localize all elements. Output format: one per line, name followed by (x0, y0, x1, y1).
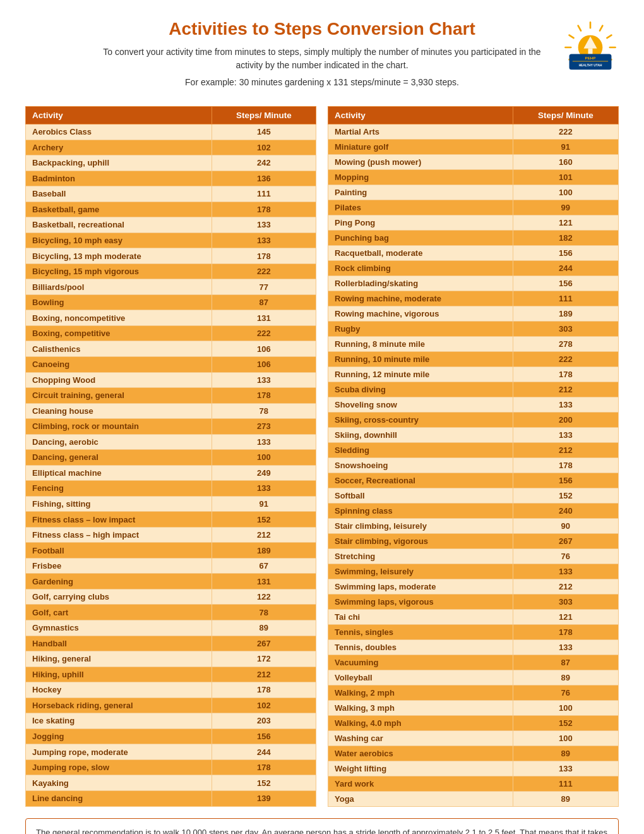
activity-name: Basketball, recreational (26, 217, 212, 233)
right-col2-header: Steps/ Minute (513, 107, 618, 124)
activity-name: Fencing (26, 481, 212, 497)
steps-value: 139 (212, 790, 316, 806)
table-row: Rowing machine, moderate111 (328, 291, 619, 306)
steps-value: 90 (513, 519, 618, 534)
table-row: Softball152 (328, 488, 619, 504)
steps-value: 178 (212, 388, 316, 404)
logo: PEHP HEALTHY UTAH (562, 19, 619, 76)
table-row: Ping Pong121 (328, 215, 619, 231)
table-row: Tennis, singles178 (328, 625, 619, 640)
table-row: Stretching76 (328, 549, 619, 564)
activity-name: Line dancing (26, 790, 212, 806)
table-row: Frisbee67 (26, 558, 316, 574)
table-row: Bowling87 (26, 294, 316, 310)
steps-value: 267 (513, 534, 618, 549)
table-row: Dancing, aerobic133 (26, 434, 316, 450)
table-row: Football189 (26, 543, 316, 559)
steps-value: 89 (212, 620, 316, 636)
steps-value: 267 (212, 636, 316, 651)
steps-value: 121 (513, 610, 618, 625)
right-table: Activity Steps/ Minute Martial Arts222Mi… (328, 106, 619, 807)
activity-name: Mopping (328, 170, 513, 185)
table-row: Stair climbing, vigorous267 (328, 534, 619, 549)
activity-name: Handball (26, 636, 212, 651)
table-row: Volleyball89 (328, 670, 619, 686)
activity-name: Hockey (26, 682, 212, 698)
table-row: Basketball, game178 (26, 202, 316, 217)
steps-value: 212 (212, 667, 316, 682)
steps-value: 156 (513, 473, 618, 488)
table-row: Ice skating203 (26, 713, 316, 729)
activity-name: Golf, cart (26, 605, 212, 620)
table-row: Canoeing106 (26, 356, 316, 372)
steps-value: 133 (212, 217, 316, 233)
steps-value: 101 (513, 170, 618, 185)
steps-value: 240 (513, 504, 618, 519)
table-row: Hockey178 (26, 682, 316, 698)
steps-value: 178 (513, 367, 618, 382)
table-row: Water aerobics89 (328, 746, 619, 761)
steps-value: 156 (513, 246, 618, 261)
steps-value: 222 (212, 263, 316, 279)
activity-name: Stair climbing, leisurely (328, 519, 513, 534)
table-row: Miniature golf91 (328, 140, 619, 155)
steps-value: 121 (513, 215, 618, 231)
steps-value: 160 (513, 155, 618, 170)
steps-value: 133 (513, 564, 618, 579)
table-row: Kayaking152 (26, 775, 316, 791)
table-row: Punching bag182 (328, 231, 619, 246)
steps-value: 189 (513, 306, 618, 322)
activity-name: Rowing machine, moderate (328, 291, 513, 306)
tables-container: Activity Steps/ Minute Aerobics Class145… (25, 106, 619, 807)
steps-value: 100 (513, 731, 618, 746)
steps-value: 78 (212, 605, 316, 620)
activity-name: Horseback riding, general (26, 698, 212, 713)
activity-name: Calisthenics (26, 341, 212, 357)
activity-name: Weight lifting (328, 761, 513, 777)
steps-value: 242 (212, 155, 316, 171)
activity-name: Tennis, doubles (328, 640, 513, 655)
table-row: Line dancing139 (26, 790, 316, 806)
activity-name: Softball (328, 488, 513, 504)
table-row: Gymnastics89 (26, 620, 316, 636)
activity-name: Boxing, competitive (26, 325, 212, 341)
table-row: Shoveling snow133 (328, 397, 619, 413)
activity-name: Tennis, singles (328, 625, 513, 640)
steps-value: 152 (212, 512, 316, 528)
activity-name: Bicycling, 10 mph easy (26, 233, 212, 248)
table-row: Chopping Wood133 (26, 372, 316, 388)
activity-name: Running, 8 minute mile (328, 337, 513, 352)
steps-value: 145 (212, 124, 316, 140)
table-row: Rollerblading/skating156 (328, 276, 619, 291)
activity-name: Painting (328, 185, 513, 200)
activity-name: Scuba diving (328, 382, 513, 397)
table-row: Running, 12 minute mile178 (328, 367, 619, 382)
steps-value: 89 (513, 792, 618, 807)
activity-name: Snowshoeing (328, 458, 513, 473)
activity-name: Canoeing (26, 356, 212, 372)
table-row: Jogging156 (26, 728, 316, 744)
activity-name: Basketball, game (26, 202, 212, 217)
activity-name: Billiards/pool (26, 279, 212, 295)
steps-value: 89 (513, 670, 618, 686)
steps-value: 303 (513, 595, 618, 610)
table-row: Dancing, general100 (26, 450, 316, 466)
steps-value: 133 (212, 481, 316, 497)
activity-name: Golf, carrying clubs (26, 589, 212, 605)
table-row: Mowing (push mower)160 (328, 155, 619, 170)
table-row: Sledding212 (328, 443, 619, 458)
table-row: Racquetball, moderate156 (328, 246, 619, 261)
activity-name: Sledding (328, 443, 513, 458)
table-row: Golf, carrying clubs122 (26, 589, 316, 605)
table-row: Hiking, uphill212 (26, 667, 316, 682)
table-row: Snowshoeing178 (328, 458, 619, 473)
activity-name: Bicycling, 13 mph moderate (26, 248, 212, 264)
table-row: Jumping rope, slow178 (26, 759, 316, 775)
steps-value: 111 (212, 186, 316, 202)
table-row: Hiking, general172 (26, 651, 316, 667)
activity-name: Shoveling snow (328, 397, 513, 413)
table-row: Rugby303 (328, 322, 619, 337)
table-row: Jumping rope, moderate244 (26, 744, 316, 760)
steps-value: 278 (513, 337, 618, 352)
activity-name: Boxing, noncompetitive (26, 310, 212, 326)
